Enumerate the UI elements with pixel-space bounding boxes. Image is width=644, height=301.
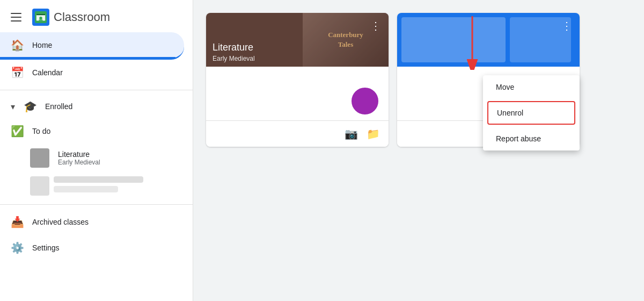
nav-divider-1 (0, 90, 193, 90)
card-title: Literature (213, 42, 367, 54)
class-info: Literature Early Medieval (58, 150, 100, 166)
card-header-literature[interactable]: Canterbury Tales Literature Early Mediev… (206, 13, 389, 67)
card-title-area: Literature Early Medieval (213, 42, 367, 62)
enrolled-section-header[interactable]: ▾ 🎓 Enrolled (0, 95, 193, 118)
class-section: Early Medieval (58, 159, 100, 166)
sidebar-navigation: 🏠 Home 📅 Calendar ▾ 🎓 Enrolled ✅ To do L… (0, 32, 193, 301)
sidebar-item-todo-label: To do (32, 127, 50, 135)
sidebar-item-archived[interactable]: 📥 Archived classes (0, 209, 184, 235)
enrolled-icon: 🎓 (24, 100, 36, 113)
todo-icon: ✅ (11, 125, 24, 138)
class-card-literature: Canterbury Tales Literature Early Mediev… (206, 13, 389, 147)
dropdown-item-report[interactable]: Report abuse (483, 127, 580, 150)
hamburger-menu-button[interactable] (9, 11, 24, 24)
app-title: Classroom (54, 10, 110, 24)
card-header-second[interactable]: ⋮ (397, 13, 580, 67)
svg-rect-4 (39, 20, 42, 21)
card-menu-button-2[interactable]: ⋮ (558, 17, 575, 34)
sidebar-item-home[interactable]: 🏠 Home (0, 32, 184, 60)
archived-icon: 📥 (11, 216, 24, 228)
sidebar-item-settings[interactable]: ⚙️ Settings (0, 235, 184, 261)
sidebar-item-settings-label: Settings (32, 243, 60, 252)
nav-divider-2 (0, 204, 193, 205)
assignment-icon[interactable]: 📷 (345, 127, 358, 140)
chevron-down-icon: ▾ (11, 102, 15, 112)
blurred-rect-1 (401, 17, 506, 62)
class-thumbnail (30, 148, 49, 168)
sidebar-class-literature[interactable]: Literature Early Medieval (0, 144, 193, 172)
dropdown-item-unenrol[interactable]: Unenrol (487, 101, 575, 125)
settings-icon: ⚙️ (11, 241, 24, 254)
card-menu-button[interactable]: ⋮ (367, 17, 384, 34)
avatar-purple (350, 86, 380, 116)
card-body (206, 67, 389, 120)
blurred-class-item (0, 172, 193, 200)
sidebar-item-archived-label: Archived classes (32, 218, 89, 226)
svg-point-3 (39, 17, 42, 20)
sidebar-item-home-label: Home (32, 41, 52, 49)
sidebar-item-todo[interactable]: ✅ To do (0, 118, 184, 144)
sidebar-item-calendar-label: Calendar (32, 68, 63, 77)
svg-rect-2 (36, 14, 46, 16)
calendar-icon: 📅 (11, 66, 24, 79)
sidebar-item-calendar[interactable]: 📅 Calendar (0, 60, 184, 85)
card-footer: 📷 📁 (206, 120, 389, 147)
enrolled-label-text: Enrolled (45, 102, 72, 111)
sidebar-header: Classroom (0, 4, 193, 32)
class-name: Literature (58, 150, 100, 159)
dropdown-item-move[interactable]: Move (483, 75, 580, 99)
context-dropdown-menu: Move Unenrol Report abuse (483, 75, 580, 150)
home-icon: 🏠 (11, 39, 24, 52)
card-subtitle: Early Medieval (213, 55, 367, 62)
app-logo: Classroom (32, 9, 110, 26)
sidebar: Classroom 🏠 Home 📅 Calendar ▾ 🎓 Enrolled… (0, 0, 193, 301)
card-art-text1: Canterbury (328, 30, 363, 40)
card-header-blurred-content (397, 13, 580, 67)
folder-icon[interactable]: 📁 (367, 127, 380, 140)
classroom-logo-icon (32, 9, 49, 26)
main-content: Canterbury Tales Literature Early Mediev… (193, 0, 644, 301)
